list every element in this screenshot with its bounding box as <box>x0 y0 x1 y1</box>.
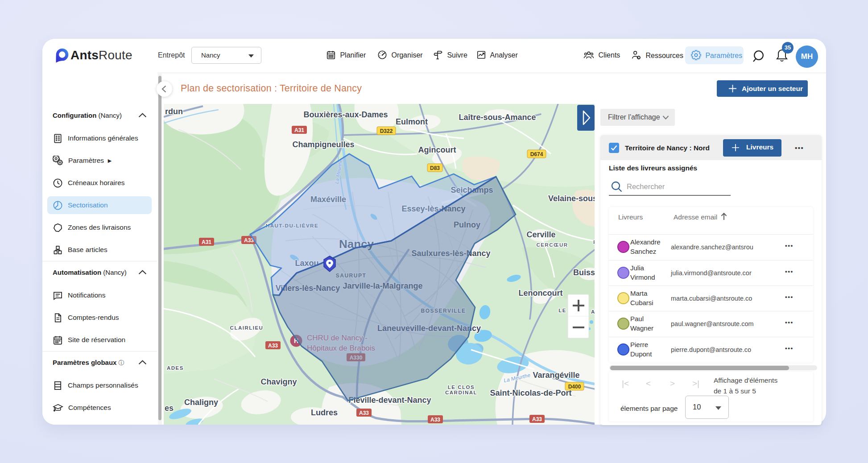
svg-text:Laître-sous-Amance: Laître-sous-Amance <box>459 113 536 122</box>
svg-text:A33: A33 <box>532 416 542 422</box>
svg-text:LE CLOS: LE CLOS <box>448 384 475 390</box>
svg-text:Agincourt: Agincourt <box>418 145 456 154</box>
svg-text:A33: A33 <box>430 417 440 423</box>
svg-text:Cerville: Cerville <box>526 230 555 239</box>
svg-text:Eulmont: Eulmont <box>396 117 428 126</box>
svg-text:A31: A31 <box>294 127 304 133</box>
svg-text:D674: D674 <box>530 151 543 157</box>
svg-text:Ludres: Ludres <box>311 408 338 417</box>
svg-text:Chaligny: Chaligny <box>184 398 218 407</box>
svg-text:CERCŒUR: CERCŒUR <box>536 242 568 248</box>
svg-text:CLAIRLIEU: CLAIRLIEU <box>230 325 264 331</box>
svg-text:Chavigny: Chavigny <box>260 377 297 386</box>
svg-text:Lenoncourt: Lenoncourt <box>519 289 563 298</box>
svg-text:Buisso: Buisso <box>573 268 595 277</box>
svg-text:es: es <box>165 404 174 413</box>
svg-text:A33: A33 <box>359 410 369 416</box>
svg-text:Champigneulles: Champigneulles <box>292 140 354 149</box>
svg-text:A33: A33 <box>268 343 278 349</box>
svg-text:rdun: rdun <box>165 107 183 116</box>
svg-text:AG: AG <box>591 309 595 314</box>
svg-text:D83: D83 <box>430 165 440 171</box>
svg-text:Bouxières-aux-Dames: Bouxières-aux-Dames <box>303 110 388 119</box>
svg-text:Varangéville: Varangéville <box>533 371 579 380</box>
svg-text:LE: LE <box>558 308 566 313</box>
svg-text:CARDINAL: CARDINAL <box>445 390 477 395</box>
svg-text:D322: D322 <box>380 128 393 134</box>
svg-text:Saint-Nicolas-de-Port: Saint-Nicolas-de-Port <box>490 389 571 397</box>
svg-text:D400: D400 <box>568 384 581 390</box>
svg-text:ADES: ADES <box>167 365 184 371</box>
svg-text:RO: RO <box>593 240 595 245</box>
svg-text:Velaine-sous-A: Velaine-sous-A <box>548 194 595 203</box>
svg-text:A31: A31 <box>202 239 211 245</box>
